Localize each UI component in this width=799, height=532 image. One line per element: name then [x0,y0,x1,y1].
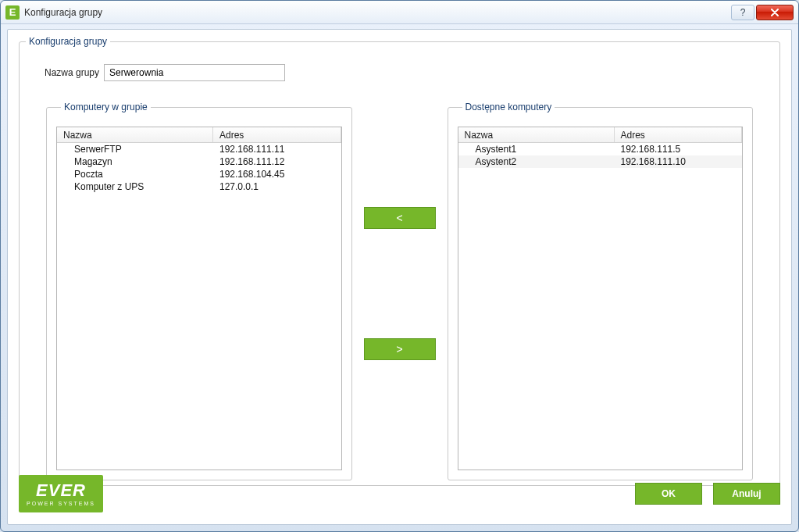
group-config-legend: Konfiguracja grupy [26,36,110,47]
table-row[interactable]: Asystent2192.168.111.10 [458,155,743,168]
move-right-button[interactable]: > [364,338,436,360]
table-row[interactable]: Magazyn192.168.111.12 [57,155,341,168]
ok-button[interactable]: OK [635,483,702,505]
group-name-label: Nazwa grupy [45,67,99,78]
cell-address: 192.168.111.5 [615,144,743,155]
help-button[interactable]: ? [731,5,754,20]
available-header: Nazwa Adres [458,127,743,143]
in-group-list[interactable]: Nazwa Adres SerwerFTP192.168.111.11Magaz… [56,127,342,470]
table-row[interactable]: Asystent1192.168.111.5 [458,143,743,155]
cell-name: Komputer z UPS [57,181,213,192]
app-icon: E [5,5,20,20]
cell-address: 192.168.111.10 [615,156,743,167]
close-icon [770,9,779,16]
in-group-header-address[interactable]: Adres [213,127,341,142]
dialog-window: E Konfiguracja grupy ? Konfiguracja grup… [0,0,799,532]
cell-address: 192.168.111.12 [213,156,341,167]
cell-name: Magazyn [57,156,213,167]
group-config-fieldset: Konfiguracja grupy Nazwa grupy Komputery… [19,36,780,486]
cell-name: Poczta [57,169,213,180]
cell-name: Asystent1 [458,144,615,155]
transfer-column: < > [354,102,446,480]
group-name-input[interactable] [104,64,285,81]
footer: EVER POWER SYSTEMS OK Anuluj [19,474,780,513]
move-left-button[interactable]: < [364,207,436,229]
cell-address: 192.168.104.45 [213,169,341,180]
cell-address: 192.168.111.11 [213,144,341,155]
in-group-body: SerwerFTP192.168.111.11Magazyn192.168.11… [57,143,341,470]
logo-sub-text: POWER SYSTEMS [27,501,95,506]
cell-address: 127.0.0.1 [213,181,341,192]
close-button[interactable] [756,5,794,20]
available-header-address[interactable]: Adres [615,127,743,142]
available-body: Asystent1192.168.111.5Asystent2192.168.1… [458,143,743,470]
ever-logo: EVER POWER SYSTEMS [19,475,103,512]
panels-row: Komputery w grupie Nazwa Adres SerwerFTP… [45,102,754,480]
in-group-header: Nazwa Adres [57,127,341,143]
available-fieldset: Dostępne komputery Nazwa Adres Asystent1… [448,102,754,480]
in-group-header-name[interactable]: Nazwa [57,127,213,142]
client-area: Konfiguracja grupy Nazwa grupy Komputery… [7,29,792,525]
available-header-name[interactable]: Nazwa [458,127,615,142]
cell-name: Asystent2 [458,156,615,167]
group-name-row: Nazwa grupy [45,64,779,81]
cell-name: SerwerFTP [57,144,213,155]
in-group-legend: Komputery w grupie [61,102,151,112]
available-legend: Dostępne komputery [462,102,555,112]
window-title: Konfiguracja grupy [24,7,102,18]
available-list[interactable]: Nazwa Adres Asystent1192.168.111.5Asyste… [458,127,744,470]
titlebar: E Konfiguracja grupy ? [1,1,798,24]
logo-main-text: EVER [36,482,86,499]
cancel-button[interactable]: Anuluj [713,483,780,505]
in-group-fieldset: Komputery w grupie Nazwa Adres SerwerFTP… [46,102,352,480]
table-row[interactable]: Poczta192.168.104.45 [57,168,341,180]
table-row[interactable]: Komputer z UPS127.0.0.1 [57,180,341,193]
table-row[interactable]: SerwerFTP192.168.111.11 [57,143,341,155]
